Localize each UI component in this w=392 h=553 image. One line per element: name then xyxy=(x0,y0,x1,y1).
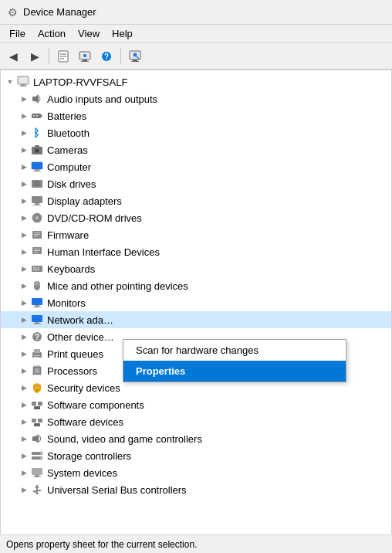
svg-rect-61 xyxy=(35,322,39,324)
tree-item-network[interactable]: ▶ Network ada… xyxy=(1,311,391,328)
tree-item-software-devices[interactable]: ▶ Software devices xyxy=(1,413,391,430)
firmware-label: Firmware xyxy=(47,229,89,241)
svg-rect-18 xyxy=(32,97,35,101)
tree-item-audio[interactable]: ▶ Audio inputs and outputs xyxy=(1,90,391,107)
svg-rect-75 xyxy=(32,402,36,405)
back-button[interactable]: ◀ xyxy=(3,46,23,66)
tree-item-monitors[interactable]: ▶ Monitors xyxy=(1,294,391,311)
tree-item-hid[interactable]: ▶ Human Interface Devices xyxy=(1,243,391,260)
properties-button[interactable] xyxy=(53,46,73,66)
svg-rect-50 xyxy=(33,267,35,269)
tree-item-keyboards[interactable]: ▶ Keyboards xyxy=(1,260,391,277)
cameras-expand-icon: ▶ xyxy=(18,141,30,158)
computer-label: Computer xyxy=(47,161,91,173)
svg-rect-81 xyxy=(38,419,42,422)
keyboards-icon xyxy=(30,262,44,276)
menu-view[interactable]: View xyxy=(72,26,106,41)
system-expand-icon: ▶ xyxy=(18,464,30,481)
tree-item-disk[interactable]: ▶ Disk drives xyxy=(1,175,391,192)
svg-rect-57 xyxy=(32,298,42,305)
tree-item-usb[interactable]: ▶ Universal Serial Bus controllers xyxy=(1,481,391,498)
svg-rect-31 xyxy=(33,171,41,171)
svg-rect-21 xyxy=(41,115,42,117)
computer-expand-icon: ▶ xyxy=(18,158,30,175)
disk-icon xyxy=(30,177,44,191)
svg-rect-15 xyxy=(18,76,29,84)
tree-item-computer[interactable]: ▶ Computer xyxy=(1,158,391,175)
svg-rect-17 xyxy=(19,86,27,87)
svg-rect-60 xyxy=(32,315,42,322)
help-button[interactable]: ? xyxy=(96,46,117,66)
print-icon xyxy=(30,347,44,361)
tree-item-mice[interactable]: ▶ Mice and other pointing devices xyxy=(1,277,391,294)
sw-components-label: Software components xyxy=(47,399,144,411)
svg-rect-95 xyxy=(38,490,41,491)
svg-marker-84 xyxy=(35,434,39,443)
svg-text:🔒: 🔒 xyxy=(33,384,41,392)
svg-rect-23 xyxy=(36,115,38,117)
display-icon xyxy=(30,194,44,208)
update-driver-button[interactable] xyxy=(75,46,95,66)
monitors-icon xyxy=(30,296,44,310)
audio-icon xyxy=(30,92,44,106)
menu-action[interactable]: Action xyxy=(32,26,72,41)
svg-rect-47 xyxy=(34,250,40,251)
batteries-icon xyxy=(30,109,44,123)
tree-item-display[interactable]: ▶ Display adapters xyxy=(1,192,391,209)
tree-item-firmware[interactable]: ▶ Firmware xyxy=(1,226,391,243)
tree-root[interactable]: ▼ LAPTOP-RVVFSALF xyxy=(1,73,391,90)
tree-item-software-components[interactable]: ▶ Software components xyxy=(1,396,391,413)
system-icon xyxy=(30,466,44,480)
svg-rect-46 xyxy=(34,249,40,249)
audio-expand-icon: ▶ xyxy=(18,90,30,107)
context-scan-item[interactable]: Scan for hardware changes xyxy=(123,340,346,361)
network-label: Network ada… xyxy=(47,314,113,326)
svg-rect-67 xyxy=(34,355,40,356)
tree-item-dvd[interactable]: ▶ DVD/CD-ROM drives xyxy=(1,209,391,226)
svg-text:?: ? xyxy=(104,53,109,61)
computer-icon xyxy=(30,160,44,174)
sw-devices-label: Software devices xyxy=(47,416,123,428)
context-properties-item[interactable]: Properties xyxy=(123,361,346,382)
print-label: Print queues xyxy=(47,348,103,360)
forward-button[interactable]: ▶ xyxy=(25,46,45,66)
tree-item-bluetooth[interactable]: ▶ ᛒ Bluetooth xyxy=(1,124,391,141)
network-expand-icon: ▶ xyxy=(18,311,30,328)
tree-item-cameras[interactable]: ▶ Cameras xyxy=(1,141,391,158)
svg-marker-93 xyxy=(35,485,39,488)
root-computer-icon xyxy=(16,75,30,89)
svg-rect-43 xyxy=(34,234,40,235)
hid-expand-icon: ▶ xyxy=(18,243,30,260)
svg-rect-53 xyxy=(33,270,39,271)
scan-button[interactable] xyxy=(125,46,145,66)
svg-rect-94 xyxy=(33,490,36,493)
svg-text:ᛒ: ᛒ xyxy=(33,127,39,139)
svg-rect-91 xyxy=(33,477,41,477)
tree-item-storage[interactable]: ▶ Storage controllers xyxy=(1,447,391,464)
tree-container: ▼ LAPTOP-RVVFSALF ▶ Audio inputs and out… xyxy=(1,70,391,501)
tree-item-system[interactable]: ▶ System devices xyxy=(1,464,391,481)
svg-rect-44 xyxy=(34,236,38,236)
menu-file[interactable]: File xyxy=(3,26,32,41)
menu-help[interactable]: Help xyxy=(106,26,139,41)
monitors-label: Monitors xyxy=(47,297,86,309)
svg-point-40 xyxy=(36,217,38,219)
svg-rect-66 xyxy=(34,349,40,353)
tree-item-batteries[interactable]: ▶ Batteries xyxy=(1,107,391,124)
other-expand-icon: ▶ xyxy=(18,328,30,345)
svg-rect-42 xyxy=(34,232,40,233)
svg-rect-80 xyxy=(32,419,36,422)
cameras-label: Cameras xyxy=(47,144,88,156)
svg-point-96 xyxy=(36,493,39,495)
sw-devices-icon xyxy=(30,415,44,429)
toolbar-separator-2 xyxy=(120,49,121,64)
svg-rect-51 xyxy=(35,267,37,269)
processors-expand-icon: ▶ xyxy=(18,362,30,379)
bluetooth-label: Bluetooth xyxy=(47,127,90,139)
tree-item-sound[interactable]: ▶ Sound, video and game controllers xyxy=(1,430,391,447)
title-bar-icon: ⚙ xyxy=(6,6,19,19)
svg-rect-89 xyxy=(32,468,42,475)
usb-label: Universal Serial Bus controllers xyxy=(47,484,187,496)
toolbar-separator-1 xyxy=(49,49,49,64)
svg-rect-36 xyxy=(35,203,39,205)
